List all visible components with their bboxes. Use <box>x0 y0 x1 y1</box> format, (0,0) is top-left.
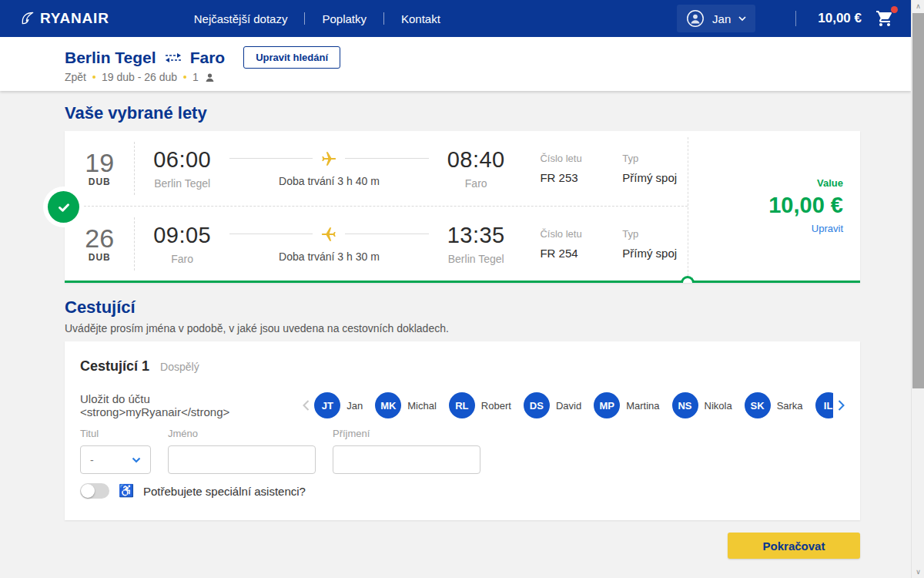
wheelchair-icon: ♿ <box>119 485 134 497</box>
profile-name: Jan <box>346 400 363 412</box>
profile-chip[interactable]: RL Robert <box>449 392 511 418</box>
profile-chip[interactable]: JT Jan <box>314 392 363 418</box>
title-label: Titul <box>80 428 151 439</box>
route-destination: Faro <box>190 49 226 67</box>
flight-number-block: Číslo letu FR 253 <box>540 153 605 184</box>
profile-name: Martina <box>626 400 659 412</box>
nav-link-fees[interactable]: Poplatky <box>305 12 383 25</box>
passenger-card-header: Cestující 1 Dospělý <box>80 358 199 375</box>
ryanair-harp-icon <box>20 11 35 26</box>
saved-profiles-row: Uložit do účtu <strong>myRyanair</strong… <box>80 389 846 422</box>
departure-airport: Berlin Tegel <box>135 177 229 190</box>
ryanair-logo[interactable]: RYANAIR <box>20 10 109 27</box>
passengers-title: Cestující <box>65 297 136 318</box>
flight-type-block: Typ Přímý spoj <box>622 153 688 184</box>
name-form: Titul - Jméno Příjmení <box>80 428 480 474</box>
cart-notification-dot <box>891 6 898 13</box>
first-name-label: Jméno <box>168 428 316 439</box>
nav-link-contact[interactable]: Kontakt <box>384 12 457 25</box>
fare-edit-link[interactable]: Upravit <box>812 223 843 234</box>
user-menu[interactable]: Jan <box>677 5 755 32</box>
cart-button[interactable] <box>875 9 896 28</box>
flight-duration: Doba trvání 3 h 40 m <box>229 175 429 187</box>
flight-row-outbound: 19 DUB 06:00 Berlin Tegel Doba trvání 3 … <box>65 131 688 206</box>
dot-separator <box>92 76 95 79</box>
navbar-right: Jan 10,00 € <box>677 5 896 32</box>
scrollbar-down-arrow[interactable]: ∨ <box>912 566 924 578</box>
scrollbar-up-arrow[interactable]: ∧ <box>912 0 924 12</box>
profiles-scroll-left-button[interactable] <box>298 397 314 414</box>
duration-block: Doba trvání 3 h 30 m <box>229 226 429 263</box>
first-name-input[interactable] <box>168 445 316 474</box>
scrollbar-thumb[interactable] <box>912 13 924 388</box>
back-link[interactable]: Zpět <box>65 71 86 83</box>
profile-name: Sarka <box>777 400 803 412</box>
profiles-scroll-right-button[interactable] <box>833 397 846 414</box>
nav-link-faq[interactable]: Nejčastější dotazy <box>177 12 305 25</box>
departure-airport: Faro <box>135 253 229 265</box>
special-assistance-row: ♿ Potřebujete speciální asistenci? <box>80 483 306 499</box>
avatar: RL <box>449 392 475 418</box>
plane-right-icon <box>320 150 337 167</box>
arrival-time: 08:40 <box>429 147 523 173</box>
passengers-subtitle: Uvádějte prosím jména v podobě, v jaké j… <box>65 322 449 334</box>
last-name-label: Příjmení <box>333 428 480 439</box>
flight-type-label: Typ <box>622 153 688 164</box>
user-avatar-icon <box>686 9 705 28</box>
flight-day: 26 <box>65 225 134 253</box>
flight-duration: Doba trvání 3 h 30 m <box>229 250 429 263</box>
profile-chip[interactable]: MK Michal <box>375 392 437 418</box>
continue-button[interactable]: Pokračovat <box>728 533 860 559</box>
chevron-down-icon <box>738 16 746 22</box>
avatar: DS <box>524 392 550 418</box>
first-name-field: Jméno <box>168 428 316 474</box>
flight-number-label: Číslo letu <box>540 153 605 164</box>
flight-type-block: Typ Přímý spoj <box>622 228 688 260</box>
departure-time: 06:00 <box>135 147 229 173</box>
duration-block: Doba trvání 3 h 40 m <box>229 150 429 187</box>
last-name-input[interactable] <box>333 445 480 474</box>
trip-summary: Zpět 19 dub - 26 dub 1 <box>65 71 215 83</box>
route-origin: Berlin Tegel <box>65 49 156 67</box>
flight-type-label: Typ <box>622 228 688 240</box>
flight-date: 19 DUB <box>65 150 134 188</box>
avatar: NS <box>672 392 698 418</box>
profile-chip[interactable]: DS David <box>524 392 581 418</box>
flight-number-label: Číslo letu <box>540 228 605 240</box>
flight-month: DUB <box>65 176 134 187</box>
plane-left-icon <box>320 226 337 243</box>
profile-chip[interactable]: SK Sarka <box>745 392 803 418</box>
flight-month: DUB <box>65 252 134 263</box>
flight-number: FR 253 <box>540 171 605 184</box>
assistance-label: Potřebujete speciální asistenci? <box>143 485 306 498</box>
profile-name: Nikola <box>705 400 732 412</box>
last-name-field: Příjmení <box>333 428 480 474</box>
profile-chip[interactable]: IL Ilona <box>815 392 833 418</box>
user-name: Jan <box>712 12 731 25</box>
search-summary-bar: Berlin Tegel Faro Upravit hledání Zpět 1… <box>0 37 911 91</box>
assistance-toggle[interactable] <box>80 483 109 499</box>
route-row: Berlin Tegel Faro Upravit hledání <box>65 46 340 69</box>
browser-scrollbar[interactable]: ∧ ∨ <box>911 0 924 578</box>
arrival-time: 13:35 <box>429 223 523 248</box>
arrival-airport: Berlin Tegel <box>429 253 523 265</box>
fare-price: 10,00 € <box>768 193 843 218</box>
toggle-knob <box>81 484 95 498</box>
departure-info: 06:00 Berlin Tegel <box>135 147 229 190</box>
flight-date: 26 DUB <box>65 225 134 264</box>
departure-info: 09:05 Faro <box>135 223 229 265</box>
selected-flights-title: Vaše vybrané lety <box>65 103 207 123</box>
title-select[interactable]: - <box>80 445 151 474</box>
passenger-number: Cestující 1 <box>80 358 149 375</box>
avatar: MP <box>594 392 620 418</box>
profile-chip[interactable]: MP Martina <box>594 392 659 418</box>
avatar: SK <box>745 392 771 418</box>
avatar: JT <box>314 392 340 418</box>
passenger-card: Cestující 1 Dospělý Uložit do účtu <stro… <box>65 341 860 520</box>
selected-flights-card: 19 DUB 06:00 Berlin Tegel Doba trvání 3 … <box>65 131 860 283</box>
edit-search-button[interactable]: Upravit hledání <box>243 46 340 69</box>
profile-chip[interactable]: NS Nikola <box>672 392 732 418</box>
ryanair-brand-text: RYANAIR <box>40 10 109 27</box>
flight-row-inbound: 26 DUB 09:05 Faro Doba trvání 3 h 30 m 1… <box>65 207 688 281</box>
main-nav: Nejčastější dotazy Poplatky Kontakt <box>177 12 457 25</box>
